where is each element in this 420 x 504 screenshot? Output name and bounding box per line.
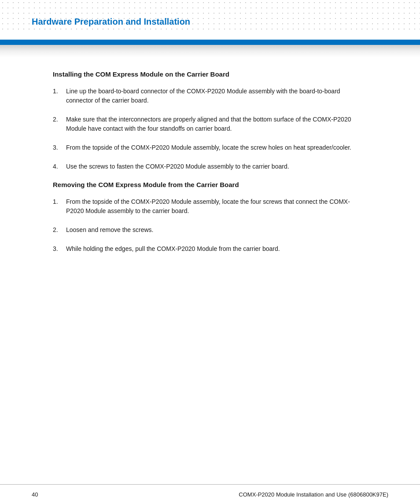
- gray-gradient-bar: [0, 45, 420, 57]
- step-text: From the topside of the COMX-P2020 Modul…: [66, 197, 367, 216]
- install-section: Installing the COM Express Module on the…: [53, 70, 367, 171]
- step-number: 2.: [53, 115, 66, 133]
- page-footer: 40 COMX-P2020 Module Installation and Us…: [0, 484, 420, 504]
- main-content: Installing the COM Express Module on the…: [0, 57, 420, 290]
- install-steps-list: 1. Line up the board-to-board connector …: [53, 87, 367, 171]
- step-number: 1.: [53, 197, 66, 216]
- step-text: While holding the edges, pull the COMX-P…: [66, 244, 367, 254]
- step-number: 3.: [53, 143, 66, 152]
- step-number: 3.: [53, 244, 66, 254]
- blue-accent-bar: [0, 40, 420, 45]
- remove-step-3: 3. While holding the edges, pull the COM…: [53, 244, 367, 254]
- footer-page-number: 40: [32, 491, 38, 498]
- step-number: 4.: [53, 162, 66, 171]
- footer-doc-title: COMX-P2020 Module Installation and Use (…: [239, 491, 388, 498]
- remove-steps-list: 1. From the topside of the COMX-P2020 Mo…: [53, 197, 367, 254]
- step-text: Use the screws to fasten the COMX-P2020 …: [66, 162, 367, 171]
- step-text: Line up the board-to-board connector of …: [66, 87, 367, 105]
- header: Hardware Preparation and Installation: [0, 0, 420, 40]
- install-step-3: 3. From the topside of the COMX-P2020 Mo…: [53, 143, 367, 152]
- remove-step-1: 1. From the topside of the COMX-P2020 Mo…: [53, 197, 367, 216]
- step-number: 2.: [53, 225, 66, 235]
- remove-section-heading: Removing the COM Express Module from the…: [53, 181, 367, 188]
- step-text: From the topside of the COMX-P2020 Modul…: [66, 143, 367, 152]
- step-text: Loosen and remove the screws.: [66, 225, 367, 235]
- remove-step-2: 2. Loosen and remove the screws.: [53, 225, 367, 235]
- step-number: 1.: [53, 87, 66, 105]
- install-step-4: 4. Use the screws to fasten the COMX-P20…: [53, 162, 367, 171]
- install-step-1: 1. Line up the board-to-board connector …: [53, 87, 367, 105]
- page-title: Hardware Preparation and Installation: [32, 17, 190, 27]
- install-section-heading: Installing the COM Express Module on the…: [53, 70, 367, 78]
- step-text: Make sure that the interconnectors are p…: [66, 115, 367, 133]
- install-step-2: 2. Make sure that the interconnectors ar…: [53, 115, 367, 133]
- remove-section: Removing the COM Express Module from the…: [53, 181, 367, 254]
